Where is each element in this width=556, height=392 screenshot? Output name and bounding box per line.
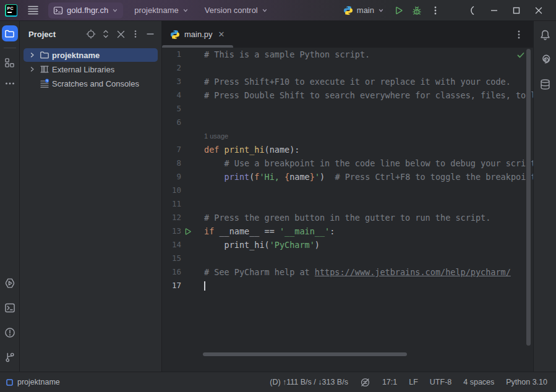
tree-item-projektname[interactable]: projektname	[24, 48, 158, 62]
code-line[interactable]: 3# Press Shift+F10 to execute it or repl…	[162, 75, 533, 88]
run-arrow-icon[interactable]	[184, 228, 192, 236]
code-line[interactable]: 9 print(f'Hi, {name}') # Press Ctrl+F8 t…	[162, 170, 533, 184]
target-icon	[86, 29, 96, 39]
tree-item-scratches[interactable]: Scratches and Consoles	[24, 77, 158, 90]
database-button[interactable]	[539, 79, 551, 90]
gutter	[181, 129, 204, 143]
code-line[interactable]: 13if __name__ == '__main__':	[162, 224, 533, 238]
network-speed-widget[interactable]: (D) ↑111 B/s / ↓313 B/s	[270, 378, 348, 386]
code-line[interactable]: 5	[162, 102, 533, 116]
crescent-button[interactable]	[461, 2, 483, 19]
structure-tool-window-button[interactable]	[2, 54, 18, 70]
collapse-all-button[interactable]	[113, 27, 128, 41]
inlay-hint-row[interactable]: 1 usage	[162, 129, 533, 143]
code-line[interactable]: 15	[162, 252, 533, 265]
code-editor[interactable]: 1# This is a sample Python script.23# Pr…	[162, 48, 533, 372]
more-tool-windows-button[interactable]	[2, 75, 18, 92]
line-number: 16	[162, 265, 181, 279]
select-opened-file-button[interactable]	[83, 27, 98, 41]
code-line[interactable]: 14 print_hi('PyCharm')	[162, 238, 533, 252]
code-line[interactable]: 17	[162, 279, 533, 292]
encoding-widget[interactable]: UTF-8	[430, 378, 451, 386]
code-line[interactable]: 2	[162, 61, 533, 75]
debug-button[interactable]	[408, 2, 426, 19]
remote-host-selector[interactable]: gold.fhgr.ch	[48, 2, 123, 19]
highlighting-status-icon[interactable]	[360, 377, 370, 388]
close-icon	[534, 6, 544, 15]
code-line[interactable]: 11	[162, 197, 533, 211]
strip-divider	[4, 48, 16, 48]
run-config-selector[interactable]: main	[338, 3, 389, 18]
vertical-scrollbar[interactable]	[526, 49, 531, 346]
ai-assistant-button[interactable]	[539, 54, 551, 66]
code-token: name	[289, 172, 310, 182]
line-number	[162, 129, 181, 143]
tab-main-py[interactable]: main.py ✕	[162, 21, 233, 48]
gutter	[181, 184, 204, 197]
code-token	[204, 172, 225, 182]
chevron-right-icon[interactable]	[27, 64, 37, 74]
chevron-right-icon[interactable]	[27, 50, 37, 60]
line-number: 1	[162, 48, 181, 61]
indent-widget[interactable]: 4 spaces	[463, 378, 494, 386]
code-line[interactable]: 12# Press the green button in the gutter…	[162, 211, 533, 224]
run-line-gutter[interactable]	[181, 224, 204, 238]
chevron-down-icon	[262, 7, 268, 14]
tree-item-external-libraries[interactable]: External Libraries	[24, 62, 158, 76]
caret-position-widget[interactable]: 17:1	[382, 378, 397, 386]
code-line[interactable]: 1# This is a sample Python script.	[162, 48, 533, 61]
code-line[interactable]: 6	[162, 116, 533, 129]
code-lines: 1# This is a sample Python script.23# Pr…	[162, 48, 533, 292]
close-button[interactable]	[528, 2, 550, 19]
terminal-tool-window-button[interactable]	[4, 302, 15, 313]
expand-collapse-button[interactable]	[98, 27, 113, 41]
inspections-widget[interactable]	[516, 51, 525, 59]
more-actions-button[interactable]	[426, 2, 445, 19]
code-line[interactable]: 8 # Use a breakpoint in the code line be…	[162, 156, 533, 170]
code-text: # Press the green button in the gutter t…	[204, 211, 533, 224]
main-menu-button[interactable]	[24, 2, 42, 19]
maximize-button[interactable]	[505, 2, 528, 19]
panel-options-button[interactable]	[128, 27, 143, 41]
code-token: 'Hi,	[259, 172, 284, 182]
problems-tool-window-button[interactable]	[4, 327, 15, 338]
minimize-icon	[489, 6, 499, 15]
code-line[interactable]: 4# Press Double Shift to search everywhe…	[162, 88, 533, 102]
project-tool-window-button[interactable]	[2, 25, 18, 41]
code-token: # See PyCharm help at	[204, 267, 315, 277]
python-logo-icon	[170, 30, 180, 40]
hide-panel-button[interactable]	[143, 27, 158, 41]
run-tool-window-button[interactable]	[4, 278, 15, 289]
vcs-menu-button[interactable]: Version control	[200, 2, 273, 18]
text-caret	[204, 281, 205, 291]
git-tool-window-button[interactable]	[4, 352, 15, 363]
code-text: # Use a breakpoint in the code line belo…	[204, 156, 533, 170]
code-text	[204, 102, 533, 116]
usages-inlay-hint[interactable]: 1 usage	[204, 129, 533, 143]
tab-options-button[interactable]	[511, 27, 527, 43]
interpreter-widget[interactable]: Python 3.10	[506, 378, 547, 386]
line-number: 3	[162, 75, 181, 88]
code-line[interactable]: 16# See PyCharm help at https://www.jetb…	[162, 265, 533, 279]
run-button[interactable]	[389, 2, 408, 19]
library-icon	[40, 64, 49, 74]
notifications-button[interactable]	[539, 29, 551, 41]
line-number: 10	[162, 184, 181, 197]
minimize-button[interactable]	[483, 2, 505, 19]
tab-close-icon[interactable]: ✕	[217, 29, 226, 40]
project-menu-button[interactable]: projektname	[129, 2, 194, 18]
code-line[interactable]: 10	[162, 184, 533, 197]
code-token: __name__ ==	[219, 226, 280, 236]
hyperlink[interactable]: https://www.jetbrains.com/help/pycharm/	[315, 267, 511, 277]
code-line[interactable]: 7def print_hi(name):	[162, 143, 533, 156]
editor-area: main.py ✕ 1# This is a sample Python scr…	[162, 21, 533, 372]
bell-icon	[539, 29, 551, 41]
horizontal-scrollbar[interactable]	[203, 352, 407, 356]
code-text	[204, 197, 533, 211]
code-text	[204, 184, 533, 197]
code-token: if	[204, 226, 219, 236]
tree-item-label: External Libraries	[52, 65, 114, 74]
code-token: # Press Double Shift to search everywher…	[204, 90, 533, 100]
line-number: 11	[162, 197, 181, 211]
line-separator-widget[interactable]: LF	[409, 378, 418, 386]
